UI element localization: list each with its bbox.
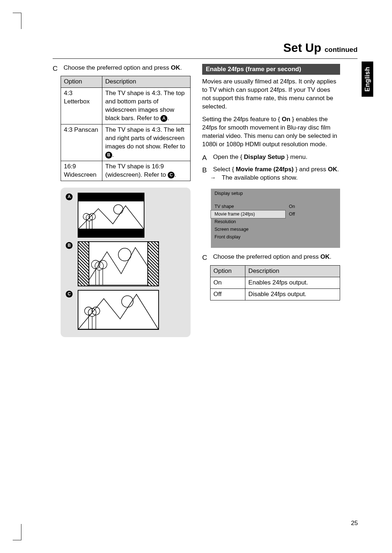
- illustration-widescreen: [78, 290, 159, 330]
- osd-title: Display setup: [211, 189, 340, 203]
- osd-option: Off: [285, 210, 340, 218]
- osd-item: Resolution: [211, 218, 285, 226]
- section-header-24fps: Enable 24fps (frame per second): [202, 64, 340, 75]
- osd-item: Screen message: [211, 226, 285, 233]
- table-row: On Enables 24fps output.: [211, 277, 340, 289]
- step-c: C Choose the preferred option and press …: [202, 253, 340, 262]
- step-c: C Choose the preferred option and press …: [53, 64, 191, 73]
- step-letter: C: [53, 64, 60, 73]
- step-letter: B: [202, 165, 209, 185]
- crop-mark-bottom-left: [21, 524, 30, 540]
- page-number: 25: [351, 519, 358, 528]
- cell-option: On: [211, 277, 245, 289]
- step-text: Choose the preferred option and press OK…: [213, 253, 340, 262]
- cell-desc: Enables 24fps output.: [245, 277, 340, 289]
- illustration-panel: A: [61, 188, 191, 337]
- scene-drawing: [89, 242, 147, 286]
- step-text: Select { Movie frame (24fps) } and press…: [213, 165, 340, 185]
- cell-option: 16:9 Widescreen: [61, 161, 102, 181]
- osd-item: TV shape: [211, 203, 285, 210]
- cell-desc: The TV shape is 16:9 (widescreen). Refer…: [102, 161, 191, 181]
- col-option: Option: [211, 266, 245, 277]
- right-column: Enable 24fps (frame per second) Movies a…: [202, 64, 340, 337]
- illustration-letterbox: [78, 193, 144, 238]
- ref-a-icon: A: [160, 115, 167, 122]
- left-column: C Choose the preferred option and press …: [53, 64, 191, 337]
- arrow-icon: →: [216, 174, 222, 182]
- osd-item: Front display: [211, 233, 285, 241]
- osd-item-selected: Movie frame (24fps): [211, 210, 285, 218]
- osd-option: On: [285, 203, 340, 210]
- step-letter: A: [202, 153, 209, 163]
- step-text: Choose the preferred option and press OK…: [64, 64, 191, 73]
- col-option: Option: [61, 76, 102, 88]
- step-a: A Open the { Display Setup } menu.: [202, 153, 340, 163]
- step-b: B Select { Movie frame (24fps) } and pre…: [202, 165, 340, 185]
- paragraph: Movies are usually filmed at 24fps. It o…: [202, 78, 340, 111]
- osd-screenshot: Display setup TV shapeOn Movie frame (24…: [211, 189, 340, 248]
- scene-drawing: [78, 291, 158, 329]
- cell-desc: Disable 24fps output.: [245, 288, 340, 300]
- cell-desc: The TV shape is 4:3. The left and right …: [102, 124, 191, 161]
- scene-drawing: [78, 201, 144, 229]
- illustration-panscan: [78, 241, 159, 286]
- 24fps-option-table: Option Description On Enables 24fps outp…: [210, 265, 340, 300]
- label-b-icon: B: [66, 242, 73, 249]
- table-row: 16:9 Widescreen The TV shape is 16:9 (wi…: [61, 161, 191, 181]
- cell-option: 4:3 Panscan: [61, 124, 102, 161]
- cell-desc: The TV shape is 4:3. The top and bottom …: [102, 88, 191, 124]
- ref-b-icon: B: [105, 152, 112, 159]
- cell-option: Off: [211, 288, 245, 300]
- crop-mark-top-left: [21, 13, 30, 29]
- heading-continued: continued: [324, 46, 358, 53]
- svg-point-0: [114, 205, 123, 214]
- col-description: Description: [245, 266, 340, 277]
- table-row: 4:3 Panscan The TV shape is 4:3. The lef…: [61, 124, 191, 161]
- manual-page: Set Up continued English C Choose the pr…: [0, 0, 392, 553]
- sub-step: →The available options show.: [213, 174, 340, 182]
- step-letter: C: [202, 253, 209, 262]
- paragraph: Setting the 24fps feature to { On } enab…: [202, 115, 340, 149]
- heading-main: Set Up: [283, 41, 322, 54]
- step-text: Open the { Display Setup } menu.: [213, 153, 340, 163]
- page-heading: Set Up continued: [53, 40, 358, 59]
- table-row: 4:3 Letterbox The TV shape is 4:3. The t…: [61, 88, 191, 124]
- cell-option: 4:3 Letterbox: [61, 88, 102, 124]
- col-description: Description: [102, 76, 191, 88]
- ref-c-icon: C: [168, 172, 175, 179]
- label-a-icon: A: [66, 193, 73, 200]
- label-c-icon: C: [66, 291, 73, 298]
- language-tab: English: [362, 62, 373, 97]
- tv-shape-table: Option Description 4:3 Letterbox The TV …: [61, 76, 191, 181]
- table-row: Off Disable 24fps output.: [211, 288, 340, 300]
